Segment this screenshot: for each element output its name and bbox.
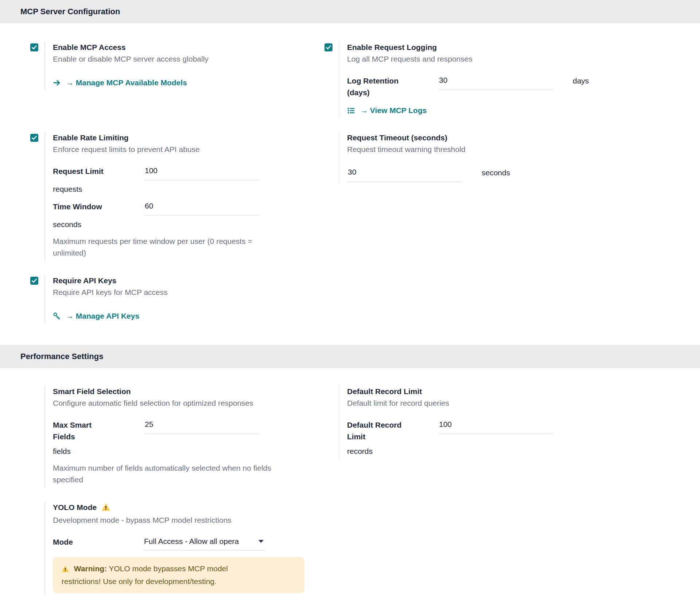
settings-row-3: Require API Keys Require API keys for MC… [30,275,671,324]
time-window-label: Time Window [53,201,144,213]
enable-mcp-access-checkbox[interactable] [30,43,38,51]
request-timeout-unit: seconds [482,167,510,179]
warning-triangle-icon [62,565,71,574]
max-smart-fields-unit: fields [53,445,324,457]
chevron-down-icon [258,540,264,543]
setting-description: Development mode - bypass MCP model rest… [53,514,324,526]
log-retention-unit: days [573,75,589,87]
settings-row-5: YOLO Mode Development mode - bypass MCP … [30,502,671,595]
warning-triangle-icon [100,504,110,513]
check-icon [32,279,37,283]
setting-description: Require API keys for MCP access [53,287,324,298]
setting-require-api-keys: Require API Keys Require API keys for MC… [30,275,324,324]
time-window-unit: seconds [53,219,324,230]
max-smart-fields-label: Max Smart Fields [53,419,144,443]
setting-description: Request timeout warning threshold [347,144,671,155]
check-icon [32,136,37,140]
setting-title: Require API Keys [53,275,324,287]
mcp-section-body: Enable MCP Access Enable or disable MCP … [0,23,700,345]
setting-description: Enforce request limits to prevent API ab… [53,144,324,155]
setting-enable-request-logging: Enable Request Logging Log all MCP reque… [324,42,671,118]
setting-title: Enable Rate Limiting [53,132,324,144]
setting-enable-mcp-access: Enable MCP Access Enable or disable MCP … [30,42,324,90]
time-window-input[interactable] [144,201,260,216]
manage-mcp-models-link[interactable]: → Manage MCP Available Models [66,77,187,88]
log-retention-input[interactable] [438,75,554,90]
setting-smart-field-selection: Smart Field Selection Configure automati… [30,386,324,488]
setting-title: Smart Field Selection [53,386,324,397]
yolo-warning-alert: Warning: YOLO mode bypasses MCP model re… [53,557,304,593]
settings-row-4: Smart Field Selection Configure automati… [30,386,671,488]
mode-label: Mode [53,536,144,548]
setting-title: Request Timeout (seconds) [347,132,671,144]
request-timeout-input[interactable] [347,167,463,182]
enable-rate-limiting-checkbox[interactable] [30,134,38,142]
settings-row-2: Enable Rate Limiting Enforce request lim… [30,132,671,261]
view-mcp-logs-link[interactable]: → View MCP Logs [360,105,427,116]
rate-limit-help-text: Maximum requests per time window per use… [53,236,277,259]
setting-description: Enable or disable MCP server access glob… [53,53,324,65]
setting-description: Log all MCP requests and responses [347,53,671,65]
setting-title: YOLO Mode [53,502,324,514]
default-record-limit-input[interactable] [438,419,554,434]
enable-request-logging-checkbox[interactable] [324,43,332,51]
check-icon [326,45,331,50]
mode-select[interactable]: Full Access - Allow all opera [144,536,265,550]
performance-section-body: Smart Field Selection Configure automati… [0,368,700,595]
request-limit-label: Request Limit [53,166,144,177]
manage-api-keys-link[interactable]: → Manage API Keys [66,311,139,322]
settings-row-1: Enable MCP Access Enable or disable MCP … [30,42,671,118]
setting-default-record-limit: Default Record Limit Default limit for r… [324,386,671,459]
warning-label: Warning: [74,564,107,573]
require-api-keys-checkbox[interactable] [30,277,38,285]
setting-title: Default Record Limit [347,386,671,397]
request-limit-unit: requests [53,183,324,195]
setting-description: Configure automatic field selection for … [53,397,324,409]
mcp-section-header: MCP Server Configuration [0,0,700,23]
setting-title: Enable Request Logging [347,42,671,53]
arrow-right-icon [53,79,61,87]
setting-request-timeout: Request Timeout (seconds) Request timeou… [324,132,671,184]
default-record-limit-label: Default Record Limit [347,419,438,443]
log-retention-label: Log Retention (days) [347,75,438,98]
setting-yolo-mode: YOLO Mode Development mode - bypass MCP … [30,502,324,595]
list-icon [347,106,355,114]
mode-select-value: Full Access - Allow all opera [144,536,253,546]
key-icon [53,312,61,320]
max-smart-fields-input[interactable] [144,419,260,434]
setting-enable-rate-limiting: Enable Rate Limiting Enforce request lim… [30,132,324,261]
request-limit-input[interactable] [144,166,260,180]
performance-section-header: Performance Settings [0,345,700,368]
setting-description: Default limit for record queries [347,397,671,409]
setting-title: Enable MCP Access [53,42,324,53]
check-icon [32,45,37,50]
smart-fields-help-text: Maximum number of fields automatically s… [53,462,277,486]
default-record-limit-unit: records [347,445,671,457]
